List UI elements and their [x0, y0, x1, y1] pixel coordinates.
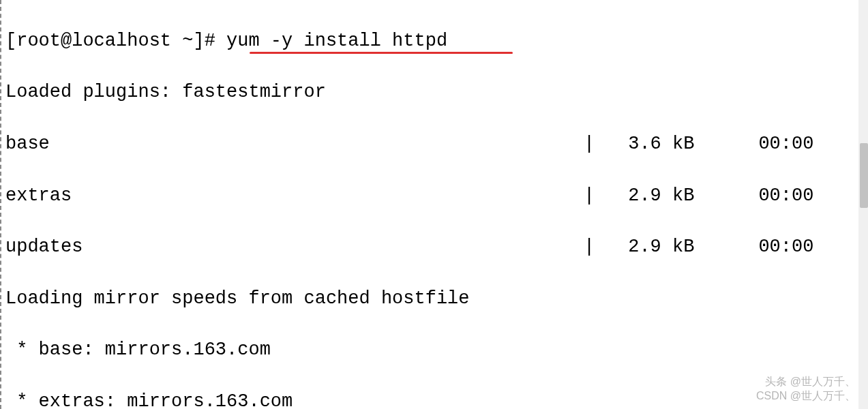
prompt-line: [root@localhost ~]# yum -y install httpd	[5, 29, 864, 55]
repo-name: base	[5, 132, 584, 157]
repo-row-extras: extras| 2.9 kB00:00	[5, 183, 864, 209]
repo-time: 00:00	[694, 132, 813, 157]
red-underline-annotation	[250, 52, 513, 54]
scrollbar-track[interactable]	[858, 0, 868, 409]
repo-time: 00:00	[694, 183, 813, 209]
repo-separator: |	[584, 234, 605, 260]
output-line: * extras: mirrors.163.com	[5, 389, 864, 409]
shell-prompt: [root@localhost ~]#	[5, 31, 226, 51]
repo-separator: |	[584, 132, 605, 157]
output-line: Loaded plugins: fastestmirror	[5, 80, 864, 106]
scrollbar-thumb[interactable]	[860, 143, 868, 208]
repo-name: updates	[5, 234, 584, 260]
repo-size: 2.9 kB	[605, 234, 694, 260]
repo-time: 00:00	[694, 234, 813, 260]
output-line: * base: mirrors.163.com	[5, 337, 864, 363]
terminal-output: [root@localhost ~]# yum -y install httpd…	[1, 0, 868, 409]
repo-row-updates: updates| 2.9 kB00:00	[5, 234, 864, 260]
output-line: Loading mirror speeds from cached hostfi…	[5, 286, 864, 312]
repo-size: 3.6 kB	[605, 132, 694, 157]
repo-name: extras	[5, 183, 584, 209]
repo-size: 2.9 kB	[605, 183, 694, 209]
watermark: 头条 @世人万千、 CSDN @世人万千、	[756, 375, 856, 404]
watermark-line: 头条 @世人万千、	[756, 375, 856, 389]
repo-separator: |	[584, 183, 605, 209]
typed-command: yum -y install httpd	[226, 31, 447, 51]
repo-row-base: base| 3.6 kB00:00	[5, 132, 864, 157]
watermark-line: CSDN @世人万千、	[756, 389, 856, 404]
